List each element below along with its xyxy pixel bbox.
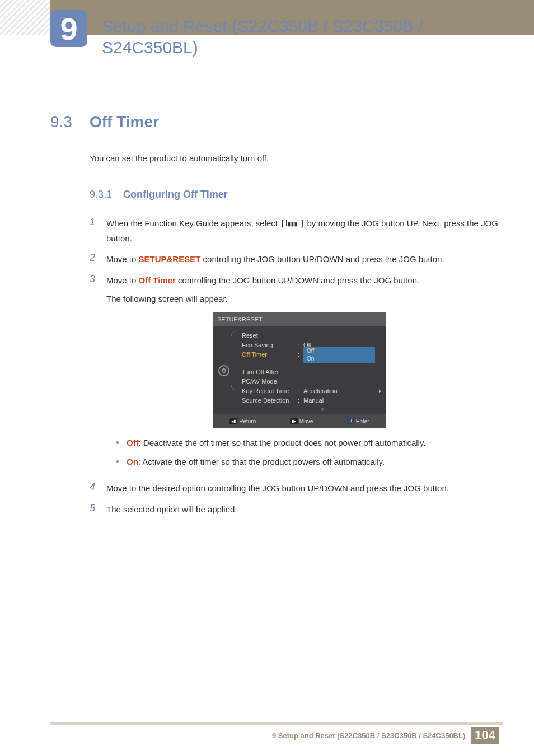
step-number: 4 — [90, 481, 106, 496]
step: 5 The selected option will be applied. — [90, 502, 534, 517]
step-text: The selected option will be applied. — [106, 502, 237, 517]
gear-icon — [218, 365, 229, 376]
osd-dropdown-option: Off — [306, 347, 373, 355]
step-text: Move to — [106, 254, 139, 264]
step-text: The following screen will appear. — [106, 294, 228, 304]
step: 3 Move to Off Timer controlling the JOG … — [90, 273, 534, 475]
bullet-highlight: On — [127, 457, 138, 466]
osd-item-label: PC/AV Mode — [242, 376, 298, 387]
osd-footer-return: Return — [239, 417, 256, 426]
osd-footer-move: Move — [299, 417, 313, 426]
section-intro: You can set the product to automatically… — [90, 153, 534, 163]
corner-hatch — [0, 0, 50, 35]
step-highlight: Off Timer — [139, 276, 176, 285]
step-text: Move to — [106, 276, 139, 285]
osd-item-label: Turn Off After — [242, 367, 298, 377]
footer-chapter-text: 9 Setup and Reset (S22C350B / S23C350B /… — [272, 731, 465, 740]
chevron-right-icon: ▸ — [379, 387, 382, 395]
osd-item-label: Off Timer — [242, 349, 298, 360]
enter-key-icon: ↲ — [347, 418, 354, 424]
bullet-text: : Deactivate the off timer so that the p… — [139, 438, 426, 447]
step: 4 Move to the desired option controlling… — [90, 481, 534, 496]
subsection-title: Configuring Off Timer — [123, 189, 228, 200]
move-key-icon: ▮▸ — [290, 418, 298, 424]
subsection-number: 9.3.1 — [90, 189, 123, 200]
osd-footer-enter: Enter — [356, 417, 369, 426]
step-text: When the Function Key Guide appears, sel… — [106, 218, 280, 228]
section-title: Off Timer — [90, 113, 159, 131]
bullet-highlight: Off — [127, 438, 139, 447]
step-number: 2 — [90, 252, 106, 267]
osd-screenshot: SETUP&RESET Reset Eco Saving:Off Off Tim… — [213, 312, 386, 429]
osd-item-label: Key Repeat Time — [242, 386, 298, 396]
chapter-number-box: 9 — [50, 10, 87, 47]
chapter-title: Setup and Reset (S22C350B / S23C350B / S… — [102, 16, 500, 58]
step-number: 3 — [90, 273, 106, 475]
osd-dropdown-option: On — [306, 355, 373, 363]
osd-item-label: Eco Saving — [242, 340, 298, 351]
osd-item-value: Manual — [303, 395, 386, 406]
curve-decor — [231, 330, 240, 391]
bullet-icon — [116, 441, 119, 444]
osd-item-label: Source Detection — [242, 395, 298, 406]
step-highlight: SETUP&RESET — [139, 254, 201, 264]
step-number: 5 — [90, 502, 106, 517]
bullet-text: : Activate the off timer so that the pro… — [138, 457, 385, 466]
section-number: 9.3 — [50, 113, 90, 131]
bullet-icon — [116, 460, 119, 463]
osd-dropdown: Off On — [303, 347, 375, 363]
step: 2 Move to SETUP&RESET controlling the JO… — [90, 252, 534, 267]
osd-item-label: Reset — [242, 330, 298, 341]
return-key-icon: ◂▮ — [229, 418, 237, 424]
osd-title: SETUP&RESET — [213, 312, 386, 327]
step-number: 1 — [90, 216, 106, 245]
footer-divider — [50, 722, 503, 725]
chevron-down-icon: ▾ — [259, 405, 386, 412]
page-number: 104 — [471, 727, 499, 744]
osd-footer: ◂▮Return ▮▸Move ↲Enter — [213, 414, 386, 428]
step-text: Move to the desired option controlling t… — [106, 481, 449, 496]
osd-item-value: Acceleration — [303, 386, 386, 396]
step: 1 When the Function Key Guide appears, s… — [90, 216, 534, 245]
step-text: controlling the JOG button UP/DOWN and p… — [178, 276, 419, 285]
step-text: controlling the JOG button UP/DOWN and p… — [203, 254, 444, 264]
menu-icon — [286, 220, 298, 226]
